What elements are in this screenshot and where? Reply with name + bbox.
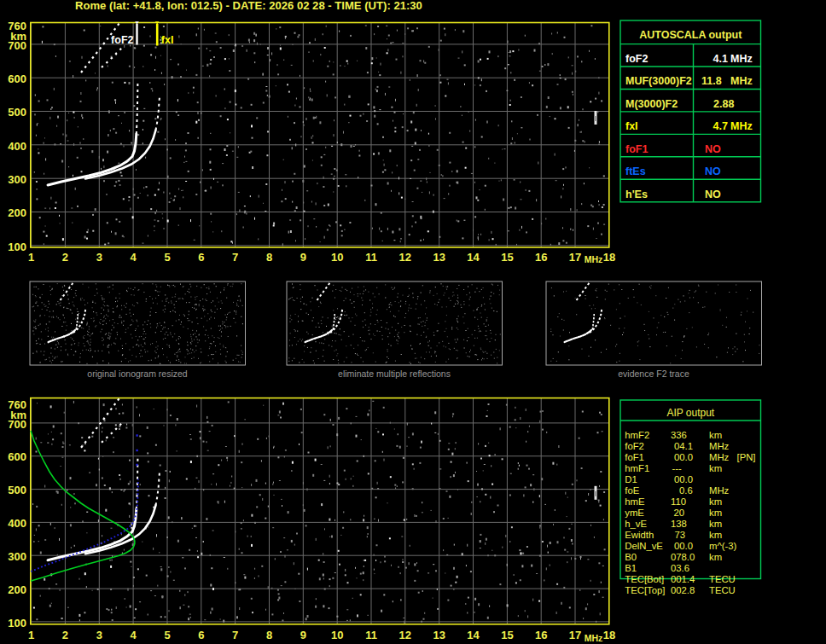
svg-text:12: 12 [399, 629, 411, 641]
svg-text:078.0: 078.0 [671, 552, 695, 562]
svg-text:ftEs: ftEs [625, 165, 646, 177]
svg-text:03.6: 03.6 [671, 563, 689, 573]
svg-text:B1: B1 [625, 563, 637, 573]
svg-text:16: 16 [535, 629, 547, 641]
svg-text:m^(-3): m^(-3) [709, 541, 737, 551]
svg-text:km: km [709, 508, 722, 518]
svg-text:4.1: 4.1 [713, 53, 728, 65]
svg-text:MHz: MHz [730, 75, 753, 87]
svg-text:MHz: MHz [585, 254, 603, 264]
svg-text:13: 13 [433, 251, 445, 264]
svg-text:foF1: foF1 [625, 452, 644, 462]
svg-text:7: 7 [232, 629, 238, 641]
svg-text:foE: foE [625, 485, 639, 496]
svg-text:138: 138 [671, 519, 687, 529]
svg-text:00.0: 00.0 [674, 541, 693, 551]
svg-text:12: 12 [399, 251, 411, 264]
svg-text:300: 300 [8, 550, 26, 563]
svg-text:17: 17 [569, 629, 581, 641]
svg-text:km: km [709, 552, 722, 562]
svg-text:11: 11 [365, 251, 377, 264]
svg-text:0.6: 0.6 [679, 485, 693, 496]
svg-text:foF2: foF2 [111, 34, 133, 46]
svg-text:00.0: 00.0 [674, 474, 693, 484]
svg-text:5: 5 [164, 251, 170, 264]
svg-text:18: 18 [603, 629, 615, 641]
svg-text:04.1: 04.1 [674, 441, 693, 451]
svg-text:200: 200 [8, 206, 26, 219]
svg-text:MHz: MHz [730, 53, 753, 65]
svg-text:NO: NO [705, 189, 721, 200]
svg-text:foF2: foF2 [625, 53, 648, 65]
svg-text:---: --- [672, 463, 683, 473]
svg-text:600: 600 [8, 73, 26, 85]
svg-text:km: km [709, 496, 722, 507]
svg-text:002.8: 002.8 [671, 585, 695, 595]
svg-text:MHz: MHz [585, 633, 603, 643]
svg-text:Rome (lat: +41.8, lon: 012.5): Rome (lat: +41.8, lon: 012.5) - DATE: 20… [75, 0, 422, 12]
svg-text:MUF(3000)F2: MUF(3000)F2 [625, 75, 692, 87]
svg-text:foF1: foF1 [625, 143, 648, 155]
svg-text:3: 3 [96, 251, 102, 264]
svg-text:MHz: MHz [730, 120, 753, 132]
svg-text:9: 9 [300, 629, 306, 641]
svg-text:h'Es: h'Es [625, 189, 648, 200]
svg-text:400: 400 [8, 517, 26, 530]
svg-text:16: 16 [535, 251, 547, 264]
svg-text:NO: NO [705, 143, 721, 155]
svg-text:4: 4 [130, 629, 137, 641]
svg-text:eliminate multiple reflections: eliminate multiple reflections [338, 368, 451, 379]
svg-text:001.4: 001.4 [671, 574, 695, 584]
svg-text:original ionogram resized: original ionogram resized [87, 368, 187, 379]
svg-text:1: 1 [28, 251, 34, 264]
svg-text:MHz: MHz [709, 452, 730, 462]
svg-text:km: km [709, 530, 722, 540]
svg-text:D1: D1 [625, 474, 637, 484]
svg-text:15: 15 [501, 629, 513, 641]
svg-text:hmE: hmE [625, 496, 645, 507]
svg-text:17: 17 [569, 251, 581, 264]
svg-text:4.7: 4.7 [713, 120, 728, 132]
svg-text:MHz: MHz [709, 485, 730, 496]
svg-text:AIP output: AIP output [666, 407, 714, 419]
svg-text:300: 300 [8, 173, 26, 186]
svg-text:18: 18 [603, 251, 615, 264]
svg-text:600: 600 [8, 450, 26, 463]
svg-text:8: 8 [266, 629, 272, 641]
svg-text:11.8: 11.8 [701, 75, 722, 87]
svg-text:h_vE: h_vE [625, 519, 647, 529]
svg-text:500: 500 [8, 484, 26, 496]
svg-text:km: km [709, 430, 722, 440]
svg-text:400: 400 [8, 140, 26, 153]
svg-text:6: 6 [198, 629, 204, 641]
svg-text:10: 10 [331, 251, 343, 264]
svg-text:73: 73 [675, 530, 686, 540]
svg-text:M(3000)F2: M(3000)F2 [625, 98, 678, 110]
svg-text:DelN_vE: DelN_vE [625, 541, 663, 551]
svg-text:evidence F2 trace: evidence F2 trace [618, 368, 689, 379]
svg-text:[PN]: [PN] [737, 452, 756, 462]
svg-text:14: 14 [467, 629, 480, 641]
svg-text:200: 200 [8, 583, 26, 596]
svg-text:fxI: fxI [625, 120, 638, 132]
svg-text:11: 11 [365, 629, 377, 641]
svg-text:TEC[Bot]: TEC[Bot] [625, 574, 664, 584]
svg-text:100: 100 [8, 617, 26, 629]
svg-text:AUTOSCALA output: AUTOSCALA output [639, 29, 742, 41]
svg-text:foF2: foF2 [625, 441, 644, 451]
svg-text:fxI: fxI [161, 34, 174, 46]
svg-text:3: 3 [96, 629, 102, 641]
svg-text:100: 100 [8, 241, 26, 253]
svg-text:15: 15 [501, 251, 513, 264]
svg-text:MHz: MHz [709, 441, 730, 451]
svg-text:10: 10 [331, 629, 343, 641]
svg-text:700: 700 [8, 39, 26, 52]
svg-text:20: 20 [674, 508, 685, 518]
svg-text:336: 336 [671, 430, 687, 440]
svg-text:2: 2 [62, 251, 68, 264]
svg-text:hmF1: hmF1 [625, 463, 649, 473]
svg-text:13: 13 [433, 629, 445, 641]
svg-text:1: 1 [28, 629, 34, 641]
svg-text:B0: B0 [625, 552, 637, 562]
svg-text:9: 9 [300, 251, 306, 264]
